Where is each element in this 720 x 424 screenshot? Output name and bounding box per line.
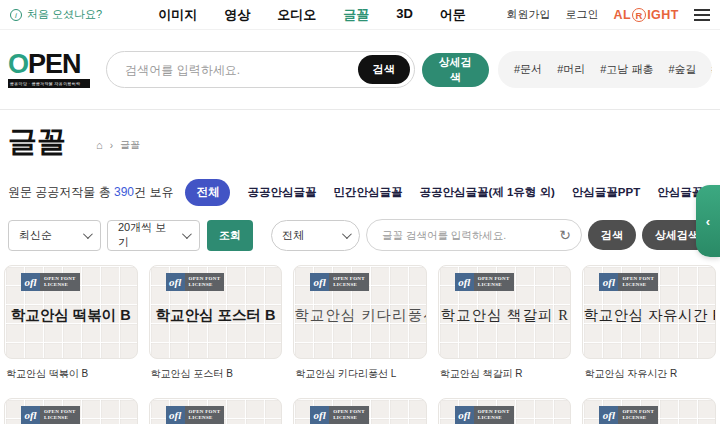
ofl-license-badge: ofl OPEN FONTLICENSE — [166, 273, 225, 291]
page-head: 글꼴 ⌂ › 글꼴 — [0, 110, 720, 157]
font-preview: 학교안심 떡볶이 B — [5, 306, 137, 325]
font-search-input[interactable] — [382, 229, 559, 241]
count-suffix: 건 보유 — [134, 185, 173, 199]
ofl-icon: ofl — [166, 273, 185, 291]
reset-icon[interactable]: ↻ — [559, 228, 571, 242]
nav-item-font[interactable]: 글꼴 — [343, 6, 369, 24]
main-search-button[interactable]: 검색 — [358, 55, 410, 84]
font-card[interactable]: ofl OPEN FONTLICENSE — [149, 398, 283, 424]
font-cell: ofl OPEN FONTLICENSE 학교안심 포스터 B 학교안심 포스터… — [149, 265, 283, 381]
chevron-left-icon: ‹ — [706, 214, 710, 229]
ofl-license-badge: ofl OPEN FONTLICENSE — [21, 406, 80, 424]
hashtag-link[interactable]: #숲길 — [668, 62, 696, 77]
home-icon[interactable]: ⌂ — [96, 139, 103, 151]
nav-item-3d[interactable]: 3D — [396, 6, 413, 24]
ofl-license-badge: ofl OPEN FONTLICENSE — [455, 406, 514, 424]
font-name-label[interactable]: 학교안심 포스터 B — [149, 367, 283, 381]
chevron-down-icon — [342, 229, 352, 239]
sort-select[interactable]: 최신순 — [8, 220, 101, 251]
font-preview: 학교안심 책갈피 R — [439, 306, 571, 325]
count-prefix: 원문 공공저작물 총 — [8, 185, 114, 199]
nav-item-audio[interactable]: 오디오 — [277, 6, 316, 24]
font-card[interactable]: ofl OPEN FONTLICENSE — [438, 398, 572, 424]
font-grid: ofl OPEN FONTLICENSE 학교안심 떡볶이 B 학교안심 떡볶이… — [0, 251, 720, 381]
font-name-label[interactable]: 학교안심 떡볶이 B — [4, 367, 138, 381]
page-title: 글꼴 — [8, 125, 66, 157]
font-cell: ofl OPEN FONTLICENSE 학교안심 자유시간 R 학교안심 자유… — [582, 265, 716, 381]
font-name-label[interactable]: 학교안심 책갈피 R — [438, 367, 572, 381]
font-cell: ofl OPEN FONTLICENSE — [149, 398, 283, 424]
font-preview: 학교안심 키다리풍선 L — [294, 306, 426, 325]
list-head: 원문 공공저작물 총 390건 보유 전체 공공안심글꼴 민간안심글꼴 공공안심… — [0, 157, 720, 206]
hashtag-link[interactable]: #머리 — [557, 62, 585, 77]
first-visit-label: 처음 오셨나요? — [27, 7, 102, 22]
sort-select-value: 최신순 — [19, 228, 52, 243]
count-value: 390 — [114, 185, 134, 199]
font-grid-row2: ofl OPEN FONTLICENSE ofl OPEN FONTLICENS… — [0, 381, 720, 424]
alright-post: IGHT — [647, 8, 679, 22]
signup-link[interactable]: 회원가입 — [506, 7, 550, 22]
per-page-select[interactable]: 20개씩 보기 — [107, 220, 200, 251]
font-card[interactable]: ofl OPEN FONTLICENSE 학교안심 키다리풍선 L — [293, 265, 427, 359]
font-cell: ofl OPEN FONTLICENSE — [582, 398, 716, 424]
breadcrumb: ⌂ › 글꼴 — [96, 138, 140, 152]
hashtag-link[interactable]: #문서 — [514, 62, 542, 77]
hamburger-menu-icon[interactable] — [694, 9, 710, 21]
ofl-icon: ofl — [310, 273, 329, 291]
font-cell: ofl OPEN FONTLICENSE 학교안심 책갈피 R 학교안심 책갈피… — [438, 265, 572, 381]
login-link[interactable]: 로그인 — [565, 7, 598, 22]
main-advanced-search-button[interactable]: 상세검색 — [422, 53, 489, 87]
chevron-down-icon — [182, 229, 192, 239]
apply-button[interactable]: 조회 — [207, 220, 253, 251]
topbar: i 처음 오셨나요? 이미지 영상 오디오 글꼴 3D 어문 회원가입 로그인 … — [0, 0, 720, 30]
tab-all[interactable]: 전체 — [185, 179, 230, 206]
ofl-icon: ofl — [310, 406, 329, 424]
side-panel-toggle[interactable]: ‹ — [696, 185, 720, 257]
filter-row: 최신순 20개씩 보기 조회 전체 ↻ 검색 상세검색 — [0, 206, 720, 251]
font-card[interactable]: ofl OPEN FONTLICENSE 학교안심 책갈피 R — [438, 265, 572, 359]
font-card[interactable]: ofl OPEN FONTLICENSE — [582, 398, 716, 424]
ofl-license-badge: ofl OPEN FONTLICENSE — [310, 406, 369, 424]
nav-item-video[interactable]: 영상 — [224, 6, 250, 24]
font-cell: ofl OPEN FONTLICENSE — [438, 398, 572, 424]
font-card[interactable]: ofl OPEN FONTLICENSE 학교안심 포스터 B — [149, 265, 283, 359]
hashtag-link[interactable]: #고남 패총 — [600, 62, 653, 77]
nav-item-literature[interactable]: 어문 — [440, 6, 466, 24]
ofl-license-badge: ofl OPEN FONTLICENSE — [599, 406, 658, 424]
ofl-license-badge: ofl OPEN FONTLICENSE — [166, 406, 225, 424]
font-search-bar: ↻ — [366, 219, 582, 251]
total-count: 원문 공공저작물 총 390건 보유 — [8, 184, 173, 201]
ofl-icon: ofl — [21, 273, 40, 291]
open-logo-word: OPEN — [8, 51, 94, 77]
font-cell: ofl OPEN FONTLICENSE — [293, 398, 427, 424]
ofl-icon: ofl — [599, 273, 618, 291]
open-logo-tagline: 공유마당 · 공공저작물 자유이용허락 — [8, 79, 90, 88]
font-name-label[interactable]: 학교안심 키다리풍선 L — [293, 367, 427, 381]
font-card[interactable]: ofl OPEN FONTLICENSE — [293, 398, 427, 424]
breadcrumb-separator: › — [110, 140, 113, 151]
tab-private-safe-font[interactable]: 민간안심글꼴 — [333, 185, 402, 200]
open-logo[interactable]: OPEN 공유마당 · 공공저작물 자유이용허락 — [8, 51, 94, 88]
nav-item-image[interactable]: 이미지 — [158, 6, 197, 24]
tab-public-safe-font[interactable]: 공공안심글꼴 — [247, 185, 316, 200]
ofl-license-badge: ofl OPEN FONTLICENSE — [21, 273, 80, 291]
font-card[interactable]: ofl OPEN FONTLICENSE — [4, 398, 138, 424]
ofl-icon: ofl — [455, 406, 474, 424]
font-search-button[interactable]: 검색 — [588, 220, 636, 250]
font-card[interactable]: ofl OPEN FONTLICENSE 학교안심 자유시간 R — [582, 265, 716, 359]
per-page-select-value: 20개씩 보기 — [118, 220, 176, 250]
main-search-input[interactable] — [125, 63, 357, 77]
font-name-label[interactable]: 학교안심 자유시간 R — [582, 367, 716, 381]
alright-logo[interactable]: ALRIGHT — [613, 8, 679, 22]
ofl-icon: ofl — [455, 273, 474, 291]
chevron-down-icon — [83, 229, 93, 239]
first-visit-link[interactable]: i 처음 오셨나요? — [10, 7, 102, 22]
tab-public-safe-font-type1[interactable]: 공공안심글꼴(제 1유형 외) — [419, 185, 554, 200]
ofl-license-badge: ofl OPEN FONTLICENSE — [455, 273, 514, 291]
tab-safe-font-ppt[interactable]: 안심글꼴PPT — [572, 185, 640, 200]
font-preview: 학교안심 포스터 B — [150, 306, 282, 325]
scope-select[interactable]: 전체 — [271, 220, 360, 251]
scope-select-value: 전체 — [282, 228, 304, 243]
info-icon: i — [10, 9, 22, 21]
font-card[interactable]: ofl OPEN FONTLICENSE 학교안심 떡볶이 B — [4, 265, 138, 359]
